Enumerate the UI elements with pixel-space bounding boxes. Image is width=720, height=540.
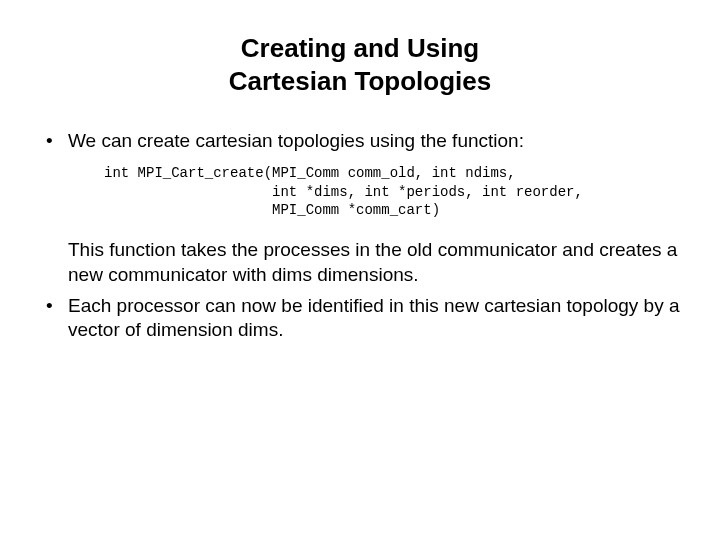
bullet-item-1: We can create cartesian topologies using…: [40, 129, 680, 154]
code-line-2: int *dims, int *periods, int reorder,: [104, 184, 583, 200]
bullet-2-text: Each processor can now be identified in …: [68, 295, 680, 341]
title-line-1: Creating and Using: [241, 33, 479, 63]
bullet-1-text: We can create cartesian topologies using…: [68, 130, 524, 151]
code-line-1: int MPI_Cart_create(MPI_Comm comm_old, i…: [104, 165, 516, 181]
bullet-list-2: Each processor can now be identified in …: [40, 294, 680, 343]
bullet-item-2: Each processor can now be identified in …: [40, 294, 680, 343]
bullet-list: We can create cartesian topologies using…: [40, 129, 680, 154]
code-block: int MPI_Cart_create(MPI_Comm comm_old, i…: [104, 164, 680, 221]
title-line-2: Cartesian Topologies: [229, 66, 491, 96]
slide-body: We can create cartesian topologies using…: [40, 129, 680, 343]
code-line-3: MPI_Comm *comm_cart): [104, 202, 440, 218]
paragraph-1: This function takes the processes in the…: [68, 238, 680, 287]
slide-title: Creating and Using Cartesian Topologies: [40, 32, 680, 97]
slide: Creating and Using Cartesian Topologies …: [0, 0, 720, 540]
